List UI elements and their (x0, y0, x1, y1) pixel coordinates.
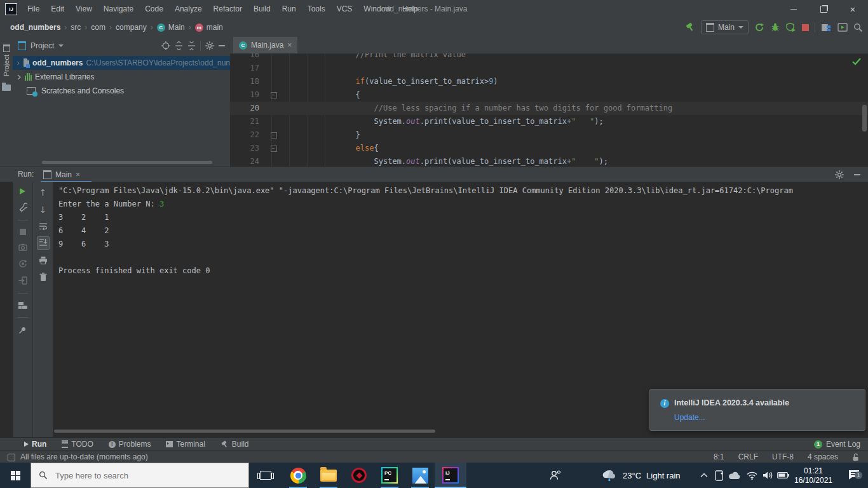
taskbar-app-red[interactable] (344, 463, 374, 488)
maximize-button[interactable] (809, 0, 838, 18)
action-center-button[interactable]: 1 (840, 463, 868, 488)
toolwindow-terminal[interactable]: Terminal (166, 440, 205, 449)
run-button[interactable] (754, 22, 764, 32)
clear-all-trash-icon[interactable] (39, 273, 47, 281)
hide-panel-icon[interactable] (854, 174, 860, 175)
battery-tray[interactable] (774, 463, 792, 488)
weather-widget[interactable]: 23°C Light rain (601, 463, 681, 488)
close-tab-icon[interactable]: × (76, 170, 80, 179)
wifi-tray[interactable] (743, 463, 760, 488)
collapse-all-icon[interactable] (187, 41, 196, 50)
file-encoding[interactable]: UTF-8 (772, 452, 794, 461)
caret-position[interactable]: 8:1 (714, 452, 724, 461)
code-line[interactable]: 24 System.out.print(value_to_insert_to_m… (230, 155, 868, 166)
toolwindow-todo[interactable]: TODO (62, 440, 93, 449)
breadcrumb-item[interactable]: com (90, 23, 107, 32)
chevron-right-icon[interactable] (17, 74, 22, 80)
run-configuration-select[interactable]: Main (701, 20, 749, 34)
code-area[interactable]: 16 //Print the matrix value1718 if(value… (230, 53, 868, 166)
tool-strip-project[interactable]: Project (0, 42, 13, 93)
toolwindow-build[interactable]: Build (220, 440, 249, 449)
settings-gear-icon[interactable] (205, 41, 214, 50)
hide-panel-icon[interactable] (219, 45, 225, 46)
indent-style[interactable]: 4 spaces (808, 452, 838, 461)
clock-widget[interactable]: 01:21 16/10/2021 (790, 463, 836, 488)
your-phone-tray[interactable] (710, 463, 727, 488)
breadcrumb-item[interactable]: odd_numbers (9, 23, 62, 32)
menu-item-file[interactable]: File (22, 0, 45, 18)
editor-scrollbar-thumb[interactable] (862, 105, 867, 132)
editor-tab-main-java[interactable]: C Main.java × (233, 37, 297, 53)
rerun-button[interactable] (20, 188, 25, 194)
fold-marker-icon[interactable] (271, 146, 277, 152)
settings-gear-icon[interactable] (835, 170, 844, 179)
coverage-shield-icon[interactable] (786, 22, 796, 32)
breadcrumb-item[interactable]: src (69, 23, 82, 32)
wrench-icon[interactable] (18, 203, 27, 212)
toolwindow-switcher-icon[interactable] (8, 454, 15, 461)
start-button[interactable] (0, 463, 31, 488)
tree-row-external-libraries[interactable]: External Libraries (13, 70, 230, 84)
project-panel-title[interactable]: Project (31, 41, 54, 50)
taskbar-app-explorer[interactable] (314, 463, 343, 488)
taskbar-app-photos[interactable] (405, 463, 435, 488)
fold-marker-icon[interactable] (271, 92, 277, 98)
close-button[interactable]: × (838, 0, 867, 18)
code-line[interactable]: 19 { (230, 88, 868, 102)
menu-item-refactor[interactable]: Refactor (208, 0, 248, 18)
code-line[interactable]: 17 (230, 62, 868, 75)
unlock-icon[interactable] (852, 453, 859, 461)
prev-occurrence-icon[interactable]: ↑ (39, 188, 47, 197)
breadcrumb-item[interactable]: mmain (194, 23, 224, 32)
close-tab-icon[interactable]: × (287, 41, 292, 50)
search-input[interactable] (54, 470, 215, 481)
soft-wrap-icon[interactable] (39, 222, 48, 230)
code-line[interactable]: 22 } (230, 128, 868, 142)
people-button[interactable] (544, 463, 567, 488)
tree-row-scratches[interactable]: Scratches and Consoles (13, 84, 230, 98)
expand-all-icon[interactable] (175, 41, 183, 50)
chevron-down-icon[interactable] (58, 44, 64, 47)
code-line[interactable]: 20 //Use less spacing if a number has tw… (230, 102, 868, 115)
locate-target-icon[interactable] (161, 41, 170, 50)
menu-item-build[interactable]: Build (248, 0, 276, 18)
breadcrumb-item[interactable]: company (114, 23, 148, 32)
taskbar-app-intellij-active[interactable]: IJ (435, 463, 466, 488)
tray-expand-button[interactable] (696, 463, 712, 488)
code-line[interactable]: 18 if(value_to_insert_to_matrix>9) (230, 75, 868, 88)
menu-item-view[interactable]: View (70, 0, 98, 18)
menu-item-navigate[interactable]: Navigate (98, 0, 139, 18)
code-line[interactable]: 16 //Print the matrix value (230, 53, 868, 62)
update-notification[interactable]: i IntelliJ IDEA 2020.3.4 available Updat… (649, 389, 865, 431)
menu-item-run[interactable]: Run (276, 0, 302, 18)
horizontal-scrollbar[interactable] (54, 430, 435, 433)
chevron-right-icon[interactable] (17, 60, 20, 66)
run-tab-main[interactable]: Main × (43, 167, 80, 182)
menu-item-analyze[interactable]: Analyze (169, 0, 208, 18)
inspections-ok-check-icon[interactable] (851, 57, 862, 66)
task-view-button[interactable] (252, 463, 280, 488)
restore-layout-icon[interactable] (18, 302, 27, 309)
console-output[interactable]: "C:\Program Files\Java\jdk-15.0.2\bin\ja… (58, 184, 868, 278)
event-log-button[interactable]: 1 Event Log (814, 438, 860, 451)
menu-item-edit[interactable]: Edit (45, 0, 70, 18)
code-line[interactable]: 23 else{ (230, 142, 868, 155)
debug-bug-icon[interactable] (770, 22, 780, 32)
fold-marker-icon[interactable] (271, 132, 277, 139)
scroll-to-end-button-selected[interactable] (37, 236, 50, 250)
search-everywhere-icon[interactable] (853, 23, 863, 32)
update-link[interactable]: Update... (674, 413, 705, 422)
build-hammer-icon[interactable] (685, 22, 695, 32)
taskbar-app-chrome[interactable] (283, 463, 313, 488)
tree-row-project-root[interactable]: odd_numbers C:\Users\STARBOY\IdeaProject… (13, 56, 230, 70)
toolwindow-run[interactable]: Run (24, 440, 46, 449)
line-separator[interactable]: CRLF (738, 452, 758, 461)
pin-tab-icon[interactable] (18, 326, 27, 334)
structure-icon[interactable] (821, 23, 832, 32)
menu-item-tools[interactable]: Tools (302, 0, 331, 18)
taskbar-app-pycharm[interactable]: PC (375, 463, 404, 488)
menu-item-code[interactable]: Code (139, 0, 169, 18)
stop-button[interactable] (802, 24, 809, 31)
breadcrumb-item[interactable]: CMain (156, 23, 186, 32)
print-icon[interactable] (39, 256, 48, 264)
